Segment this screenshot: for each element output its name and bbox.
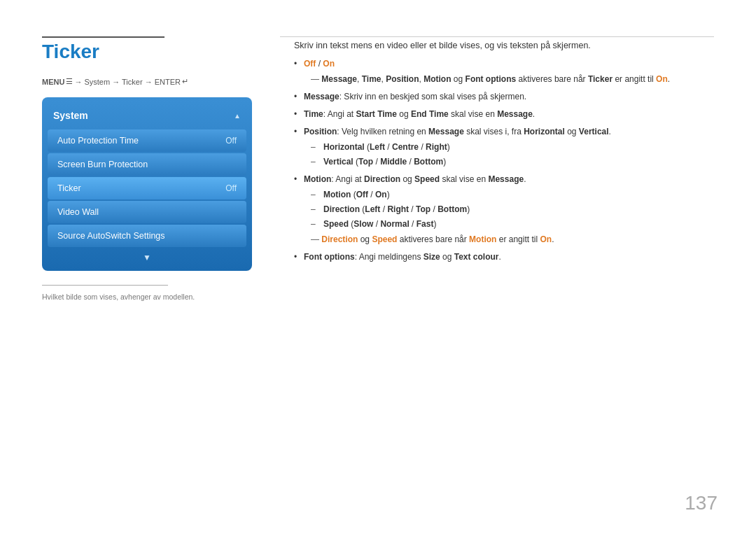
top-rule-left <box>42 36 164 38</box>
menu-item-value: Off <box>225 183 237 193</box>
position-sub-list: Horizontal (Left / Centre / Right) Verti… <box>311 141 714 168</box>
system-panel: System ▲ Auto Protection Time Off Screen… <box>42 97 252 271</box>
enter-icon: ↵ <box>182 77 188 86</box>
menu-path: MENU ☰ → System → Ticker → ENTER ↵ <box>42 77 266 86</box>
sub-item-horizontal: Horizontal (Left / Centre / Right) <box>311 141 714 153</box>
page-number: 137 <box>685 492 718 514</box>
off-label: Off <box>304 59 316 69</box>
motion-note: Direction og Speed aktiveres bare når Mo… <box>304 233 714 246</box>
menu-item-label: Source AutoSwitch Settings <box>57 231 165 241</box>
list-item-time: Time: Angi at Start Time og End Time ska… <box>294 108 714 120</box>
system-panel-header: System ▲ <box>42 104 252 128</box>
sub-item-vertical: Vertical (Top / Middle / Bottom) <box>311 155 714 168</box>
menu-item-label: Screen Burn Protection <box>57 160 148 169</box>
menu-item-value: Off <box>225 136 237 146</box>
menu-item-screen-burn[interactable]: Screen Burn Protection <box>48 153 246 176</box>
list-item-font-options: Font options: Angi meldingens Size og Te… <box>294 251 714 263</box>
menu-label: MENU <box>42 78 64 86</box>
menu-item-video-wall[interactable]: Video Wall <box>48 201 246 223</box>
sub-item-speed: Speed (Slow / Normal / Fast) <box>311 218 714 230</box>
list-item-position: Position: Velg hvilken retning en Messag… <box>294 125 714 168</box>
bullet-list: Off / On Message, Time, Position, Motion… <box>294 57 714 263</box>
footnote: Hvilket bilde som vises, avhenger av mod… <box>42 293 266 301</box>
menu-item-source-auto[interactable]: Source AutoSwitch Settings <box>48 225 246 247</box>
sub-item-motion-off-on: Motion (Off / On) <box>311 188 714 201</box>
left-divider <box>42 285 168 286</box>
list-item-off-on: Off / On Message, Time, Position, Motion… <box>294 57 714 85</box>
menu-item-label: Auto Protection Time <box>57 136 139 146</box>
right-column: Skriv inn tekst mens en video eller et b… <box>280 41 714 513</box>
left-column: Ticker MENU ☰ → System → Ticker → ENTER … <box>42 41 280 513</box>
system-panel-title: System <box>53 110 88 121</box>
arrow-up-icon: ▲ <box>234 112 241 120</box>
menu-item-auto-protection[interactable]: Auto Protection Time Off <box>48 129 246 152</box>
list-item-motion: Motion: Angi at Direction og Speed skal … <box>294 173 714 246</box>
menu-item-ticker[interactable]: Ticker Off <box>48 177 246 199</box>
list-item-message: Message: Skriv inn en beskjed som skal v… <box>294 90 714 103</box>
on-label: On <box>323 59 335 69</box>
menu-item-label: Video Wall <box>57 207 99 217</box>
top-rule-right <box>280 36 714 37</box>
menu-icon: ☰ <box>66 77 73 86</box>
intro-text: Skriv inn tekst mens en video eller et b… <box>294 41 714 50</box>
sub-item-direction: Direction (Left / Right / Top / Bottom) <box>311 203 714 216</box>
off-on-note: Message, Time, Position, Motion og Font … <box>304 73 714 85</box>
page-title: Ticker <box>42 41 266 63</box>
motion-sub-list: Motion (Off / On) Direction (Left / Righ… <box>311 188 714 230</box>
arrow-down-icon: ▼ <box>42 248 252 264</box>
menu-item-label: Ticker <box>57 183 81 193</box>
